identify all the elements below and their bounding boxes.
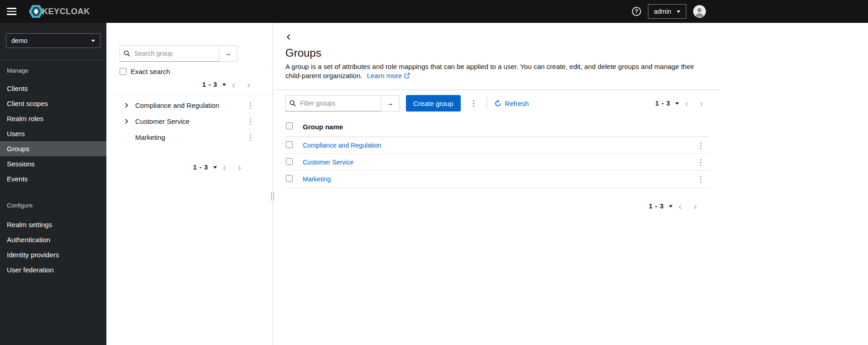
page-description: A group is a set of attributes and role … — [285, 62, 709, 80]
main-content: Groups A group is a set of attributes an… — [274, 23, 720, 345]
groups-tree-panel: → Exact search 1 - 3 ‹ › Compliance and … — [106, 23, 273, 345]
table-row: Marketing ⋮ — [285, 171, 709, 188]
column-header-group-name[interactable]: Group name — [299, 117, 691, 137]
sidebar-item-sessions[interactable]: Sessions — [0, 156, 106, 171]
tree-item-label[interactable]: Customer Service — [135, 117, 245, 125]
search-group-input[interactable] — [133, 49, 215, 58]
filter-search-box — [285, 95, 381, 111]
pagination-options-toggle[interactable] — [669, 205, 673, 207]
sidebar-item-groups[interactable]: Groups — [0, 141, 106, 156]
pagination-range: 1 - 3 — [202, 81, 217, 88]
tree-item-label[interactable]: Compliance and Regulation — [135, 101, 245, 109]
pagination-prev-icon[interactable]: ‹ — [226, 80, 241, 89]
sidebar-item-identity-providers[interactable]: Identity providers — [0, 247, 106, 262]
table-row: Customer Service ⋮ — [285, 154, 709, 171]
sidebar-item-users[interactable]: Users — [0, 126, 106, 141]
tree-item[interactable]: Compliance and Regulation ⋮ — [106, 97, 273, 113]
groups-tree-list: Compliance and Regulation ⋮ Customer Ser… — [106, 94, 273, 145]
search-submit-button[interactable]: → — [219, 45, 237, 62]
groups-table: Group name Compliance and Regulation ⋮ C… — [285, 117, 709, 188]
search-icon — [124, 50, 130, 57]
tree-item[interactable]: Marketing ⋮ — [106, 129, 273, 145]
pagination-next-icon[interactable]: › — [688, 202, 703, 211]
row-kebab-menu-icon[interactable]: ⋮ — [695, 140, 706, 151]
group-search-group: → — [120, 45, 237, 62]
exact-search-label: Exact search — [131, 68, 170, 75]
table-header-row: Group name — [285, 117, 709, 137]
pagination-options-toggle[interactable] — [675, 102, 679, 105]
learn-more-link[interactable]: Learn more — [367, 72, 410, 80]
refresh-button[interactable]: Refresh — [494, 100, 529, 107]
sidebar-item-realm-roles[interactable]: Realm roles — [0, 111, 106, 126]
chevron-down-icon — [677, 11, 680, 13]
sidebar-item-realm-settings[interactable]: Realm settings — [0, 217, 106, 232]
refresh-label: Refresh — [505, 100, 529, 107]
tree-item[interactable]: Customer Service ⋮ — [106, 113, 273, 129]
pagination-range: 1 - 3 — [655, 100, 670, 107]
row-checkbox[interactable] — [286, 141, 293, 148]
chevron-down-icon — [91, 40, 95, 42]
pagination-prev-icon[interactable]: ‹ — [673, 202, 688, 211]
nav-section-configure: Configure — [0, 186, 106, 217]
kebab-menu-icon[interactable]: ⋮ — [245, 133, 256, 142]
panel-resize-handle[interactable] — [271, 192, 274, 201]
pagination-next-icon[interactable]: › — [232, 163, 247, 172]
keycloak-logo[interactable]: KEYCLOAK — [28, 5, 90, 18]
row-kebab-menu-icon[interactable]: ⋮ — [695, 157, 706, 168]
exact-search-checkbox[interactable] — [120, 68, 126, 75]
expand-chevron-right-icon[interactable] — [124, 119, 135, 124]
pagination-options-toggle[interactable] — [213, 166, 217, 169]
brand-text: KEYCLOAK — [42, 7, 90, 16]
exact-search-control: Exact search — [120, 68, 273, 75]
sidebar-item-authentication[interactable]: Authentication — [0, 232, 106, 247]
pagination-prev-icon[interactable]: ‹ — [679, 99, 694, 108]
row-checkbox[interactable] — [286, 158, 293, 165]
help-icon[interactable]: ? — [632, 7, 641, 16]
page-title: Groups — [285, 47, 709, 59]
kebab-menu-icon[interactable]: ⋮ — [245, 101, 256, 110]
chevron-down-icon — [675, 102, 679, 105]
filter-submit-button[interactable]: → — [381, 95, 400, 111]
tree-item-label[interactable]: Marketing — [135, 133, 245, 141]
row-kebab-menu-icon[interactable]: ⋮ — [695, 174, 706, 185]
nav-section-manage: Manage — [0, 60, 106, 81]
sidebar-item-client-scopes[interactable]: Client scopes — [0, 96, 106, 111]
pagination-next-icon[interactable]: › — [694, 99, 709, 108]
chevron-down-icon — [222, 84, 226, 86]
select-all-checkbox[interactable] — [286, 122, 293, 129]
sidebar-item-clients[interactable]: Clients — [0, 81, 106, 96]
user-menu-dropdown[interactable]: admin — [648, 4, 686, 19]
pagination-next-icon[interactable]: › — [241, 80, 256, 89]
avatar[interactable] — [693, 5, 706, 18]
table-pagination-top: 1 - 3 ‹ › — [655, 98, 709, 109]
kebab-menu-icon[interactable]: ⋮ — [245, 117, 256, 126]
sidebar-item-user-federation[interactable]: User federation — [0, 262, 106, 277]
group-link[interactable]: Marketing — [303, 175, 331, 183]
row-checkbox[interactable] — [286, 175, 293, 182]
create-group-button[interactable]: Create group — [406, 95, 461, 111]
filter-groups-input[interactable] — [299, 99, 377, 107]
sidebar-nav: demo Manage Clients Client scopes Realm … — [0, 23, 106, 345]
toolbar-divider — [487, 97, 487, 110]
pagination-options-toggle[interactable] — [222, 84, 226, 86]
chevron-down-icon — [669, 205, 673, 207]
toolbar-kebab-menu-icon[interactable]: ⋮ — [468, 99, 479, 108]
expand-chevron-right-icon[interactable] — [124, 103, 135, 108]
collapse-panel-chevron-left-icon[interactable] — [285, 33, 295, 41]
group-search-box — [120, 45, 219, 62]
group-link[interactable]: Compliance and Regulation — [303, 142, 381, 149]
sidebar-item-events[interactable]: Events — [0, 171, 106, 186]
tree-pagination-bottom: 1 - 3 ‹ › — [106, 162, 247, 173]
masthead: KEYCLOAK ? admin — [0, 0, 868, 23]
group-link[interactable]: Customer Service — [303, 159, 353, 166]
groups-table-card: → Create group ⋮ Refresh 1 - 3 ‹ › — [274, 90, 720, 212]
page-description-text: A group is a set of attributes and role … — [285, 63, 694, 80]
chevron-down-icon — [213, 166, 217, 169]
realm-selector-dropdown[interactable]: demo — [6, 33, 100, 48]
learn-more-label: Learn more — [367, 72, 402, 80]
realm-selector-label: demo — [11, 37, 27, 44]
nav-toggle-hamburger-icon[interactable] — [7, 6, 16, 17]
keycloak-logo-icon — [28, 5, 44, 18]
pagination-prev-icon[interactable]: ‹ — [217, 163, 232, 172]
table-toolbar: → Create group ⋮ Refresh 1 - 3 ‹ › — [285, 95, 709, 111]
